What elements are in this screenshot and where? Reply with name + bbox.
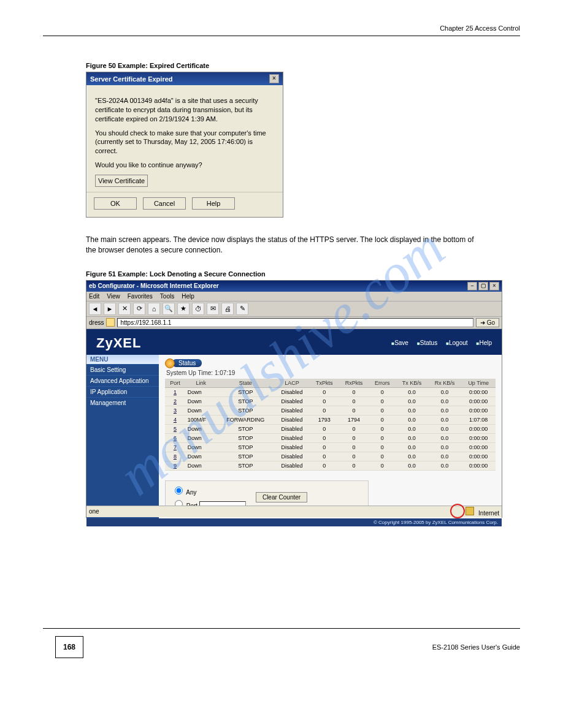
table-cell: STOP	[216, 424, 274, 433]
table-cell: Down	[185, 452, 217, 461]
port-link-cell[interactable]: 8	[165, 452, 185, 461]
search-icon[interactable]: 🔍	[163, 303, 175, 315]
browser-titlebar[interactable]: eb Configurator - Microsoft Internet Exp…	[86, 281, 502, 292]
print-icon[interactable]: 🖨	[221, 303, 234, 315]
maximize-icon[interactable]: ▢	[478, 282, 488, 290]
table-cell: Down	[185, 433, 217, 442]
go-button[interactable]: ➜ Go	[476, 318, 499, 327]
table-row: 3DownSTOPDisabled0000.00.00:00:00	[165, 406, 496, 415]
lock-icon	[106, 318, 115, 327]
link-save[interactable]: Save	[391, 339, 408, 346]
view-certificate-button[interactable]: View Certificate	[95, 175, 148, 187]
table-cell: Down	[185, 461, 217, 470]
table-cell: 0	[339, 396, 369, 406]
port-link-cell[interactable]: 4	[165, 415, 185, 424]
close-icon[interactable]: ×	[489, 282, 499, 290]
table-cell: 0:00:00	[461, 424, 496, 433]
menu-fav[interactable]: Favorites	[128, 293, 153, 300]
refresh-icon[interactable]: ⟳	[133, 303, 145, 315]
status-heading: Status	[165, 358, 496, 368]
browser-toolbar: ◄ ► ✕ ⟳ ⌂ 🔍 ★ ⏱ ✉ 🖨 ✎	[86, 301, 502, 317]
url-input[interactable]: https://192.168.1.1	[117, 318, 473, 327]
table-cell: 0:00:00	[461, 406, 496, 415]
system-up-time: System Up Time: 1:07:19	[166, 370, 496, 376]
help-button[interactable]: Help	[192, 197, 235, 210]
router-header: ZyXEL Save Status Logout Help	[86, 329, 502, 355]
forward-icon[interactable]: ►	[104, 303, 116, 315]
menu-edit[interactable]: Edit	[89, 293, 99, 300]
port-link-cell[interactable]: 3	[165, 406, 185, 415]
ports-table: PortLinkStateLACPTxPktsRxPktsErrorsTx KB…	[165, 379, 496, 471]
nav-ip[interactable]: IP Application	[86, 386, 159, 397]
close-icon[interactable]: ×	[269, 74, 279, 83]
dot-icon	[165, 358, 175, 368]
table-row: 4100M/FFORWARDINGDisabled1793179400.00.0…	[165, 415, 496, 424]
menu-tools[interactable]: Tools	[160, 293, 174, 300]
table-cell: 0	[369, 415, 396, 424]
port-link-cell[interactable]: 5	[165, 424, 185, 433]
port-link-cell[interactable]: 9	[165, 461, 185, 470]
link-status[interactable]: Status	[417, 339, 437, 346]
router-top-links: Save Status Logout Help	[391, 339, 492, 346]
link-logout[interactable]: Logout	[446, 339, 467, 346]
history-icon[interactable]: ⏱	[192, 303, 204, 315]
router-copyright: © Copyright 1995-2005 by ZyXEL Communica…	[86, 518, 502, 526]
menu-help[interactable]: Help	[182, 293, 194, 300]
nav-mgmt[interactable]: Management	[86, 397, 159, 408]
home-icon[interactable]: ⌂	[148, 303, 160, 315]
table-cell: 0.0	[428, 424, 461, 433]
table-cell: 0.0	[428, 461, 461, 470]
table-cell: 0	[310, 461, 339, 470]
table-cell: STOP	[216, 461, 274, 470]
port-link-cell[interactable]: 2	[165, 396, 185, 406]
table-cell: Disabled	[274, 424, 310, 433]
table-cell: 0	[369, 461, 396, 470]
col-header: Up Time	[461, 379, 496, 388]
nav-header: MENU	[86, 355, 159, 364]
table-cell: 0:00:00	[461, 396, 496, 406]
ok-button[interactable]: OK	[94, 197, 137, 210]
mail-icon[interactable]: ✉	[207, 303, 219, 315]
table-cell: Down	[185, 387, 217, 396]
figure51-caption: Figure 51 Example: Lock Denoting a Secur…	[86, 270, 520, 278]
radio-any[interactable]: Any	[172, 485, 246, 496]
cancel-button[interactable]: Cancel	[143, 197, 186, 210]
favorites-icon[interactable]: ★	[177, 303, 190, 315]
table-cell: 0	[369, 406, 396, 415]
clear-counter-button[interactable]: Clear Counter	[256, 492, 307, 502]
dialog-button-row: OK Cancel Help	[86, 192, 283, 217]
table-cell: 0.0	[396, 442, 428, 452]
minimize-icon[interactable]: –	[467, 282, 477, 290]
table-cell: 0.0	[428, 406, 461, 415]
menu-view[interactable]: View	[107, 293, 120, 300]
status-left: one	[89, 508, 99, 515]
highlight-circle	[450, 504, 465, 518]
header-rule	[43, 36, 520, 36]
table-cell: Disabled	[274, 415, 310, 424]
port-link-cell[interactable]: 1	[165, 387, 185, 396]
table-cell: 0	[369, 387, 396, 396]
col-header: Rx KB/s	[428, 379, 461, 388]
table-cell: 0.0	[428, 396, 461, 406]
port-link-cell[interactable]: 7	[165, 442, 185, 452]
table-cell: 0	[310, 424, 339, 433]
status-label: Status	[172, 359, 202, 367]
col-header: Tx KB/s	[396, 379, 428, 388]
table-cell: 0	[310, 387, 339, 396]
back-icon[interactable]: ◄	[89, 303, 101, 315]
table-cell: Disabled	[274, 452, 310, 461]
page-footer: 168 ES-2108 Series User's Guide	[43, 628, 520, 658]
table-row: 7DownSTOPDisabled0000.00.00:00:00	[165, 442, 496, 452]
address-label: dress	[89, 319, 104, 326]
table-row: 6DownSTOPDisabled0000.00.00:00:00	[165, 433, 496, 442]
stop-icon[interactable]: ✕	[118, 303, 131, 315]
link-help[interactable]: Help	[477, 339, 492, 346]
table-cell: 0	[369, 452, 396, 461]
dialog-titlebar[interactable]: Server Certificate Expired ×	[86, 72, 283, 85]
port-link-cell[interactable]: 6	[165, 433, 185, 442]
nav-basic[interactable]: Basic Setting	[86, 364, 159, 375]
lock-icon	[465, 507, 474, 515]
edit-icon[interactable]: ✎	[236, 303, 248, 315]
table-cell: Disabled	[274, 461, 310, 470]
nav-advanced[interactable]: Advanced Application	[86, 375, 159, 386]
